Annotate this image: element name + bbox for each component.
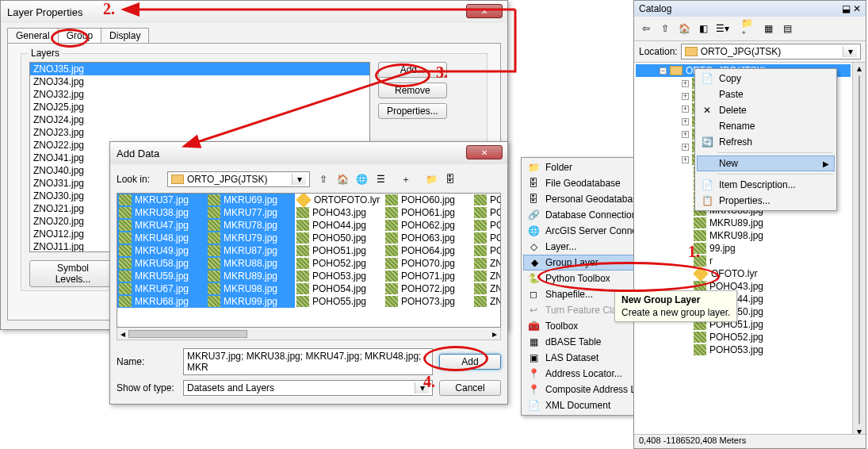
file-item[interactable]: POHO54.jpg — [295, 282, 384, 295]
add-confirm-button[interactable]: Add — [439, 354, 501, 370]
file-item[interactable]: POHO72.jpg — [384, 282, 472, 295]
file-item[interactable]: ORTOFOTO.lyr — [295, 194, 384, 206]
file-item[interactable]: POHO73.jpg — [384, 295, 472, 308]
file-item[interactable]: POHO70.jpg — [384, 257, 472, 270]
remove-button[interactable]: Remove — [378, 83, 447, 98]
layer-list-item[interactable]: ZNOJ25.jpg — [30, 101, 369, 113]
file-item[interactable]: MKRU59.jpg — [117, 270, 206, 282]
file-item[interactable]: MKRU69.jpg — [206, 194, 295, 206]
expander-icon[interactable]: + — [682, 131, 689, 138]
layer-list-item[interactable]: ZNOJ24.jpg — [30, 113, 369, 126]
file-item[interactable]: MKRU47.jpg — [117, 219, 206, 232]
home-icon[interactable]: 🏠 — [675, 20, 693, 37]
file-item[interactable]: MKRU79.jpg — [206, 232, 295, 244]
file-item[interactable]: POHO63.jpg — [384, 232, 472, 244]
file-item[interactable]: POHO50.jpg — [295, 232, 384, 244]
tree-item[interactable]: r — [636, 255, 851, 267]
cancel-button[interactable]: Cancel — [439, 380, 501, 396]
file-item[interactable]: MKRU98.jpg — [206, 282, 295, 295]
file-item[interactable]: ZN — [472, 257, 501, 270]
tree-item[interactable]: MKRU98.jpg — [636, 229, 851, 242]
ctx-item-item-description-[interactable]: 📄Item Description... — [697, 177, 835, 193]
properties-button[interactable]: Properties... — [378, 103, 447, 119]
expander-icon[interactable]: + — [682, 93, 689, 100]
new-folder-icon[interactable]: 📁 — [423, 171, 440, 188]
file-browser-grid[interactable]: MKRU37.jpgMKRU38.jpgMKRU47.jpgMKRU48.jpg… — [117, 193, 501, 328]
file-item[interactable]: MKRU48.jpg — [117, 232, 206, 244]
catalog-titlebar[interactable]: Catalog ⬓ ✕ — [634, 1, 866, 17]
chevron-down-icon[interactable]: ▾ — [292, 174, 306, 185]
file-item[interactable]: POHO71.jpg — [384, 270, 472, 282]
new-gdb-icon[interactable]: 🗄 — [442, 171, 459, 188]
file-item[interactable]: POHO60.jpg — [384, 194, 472, 206]
location-combo[interactable]: ORTO_JPG(JTSK) ▾ — [681, 44, 861, 59]
file-item[interactable]: MKRU68.jpg — [117, 295, 206, 308]
ctx-item-paste[interactable]: Paste — [697, 86, 835, 102]
file-item[interactable]: POH — [472, 206, 501, 219]
file-item[interactable]: POHO44.jpg — [295, 219, 384, 232]
view1-icon[interactable]: ▦ — [759, 20, 777, 37]
file-item[interactable]: POHO52.jpg — [295, 257, 384, 270]
file-item[interactable]: MKRU78.jpg — [206, 219, 295, 232]
tree-item[interactable]: 99.jpg — [636, 242, 851, 255]
file-item[interactable]: MKRU89.jpg — [206, 270, 295, 282]
file-item[interactable]: MKRU67.jpg — [117, 282, 206, 295]
tree-item[interactable]: MKRU89.jpg — [636, 217, 851, 229]
file-item[interactable]: POHO53.jpg — [295, 270, 384, 282]
expander-icon[interactable]: − — [660, 67, 667, 75]
connect-folder-icon[interactable]: 📁⁺ — [740, 20, 758, 37]
layer-list-item[interactable]: ZNOJ34.jpg — [30, 75, 369, 88]
lookin-combo[interactable]: ORTO_JPG(JTSK) ▾ — [167, 171, 310, 187]
ctx-item-properties-[interactable]: 📋Properties... — [697, 193, 835, 209]
name-field[interactable]: MKRU37.jpg; MKRU38.jpg; MKRU47.jpg; MKRU… — [183, 348, 433, 375]
expander-icon[interactable]: + — [682, 80, 689, 87]
file-item[interactable]: MKRU38.jpg — [117, 206, 206, 219]
file-item[interactable]: ZN — [472, 295, 501, 308]
file-item[interactable]: POH — [472, 219, 501, 232]
tab-group[interactable]: Group — [58, 28, 101, 43]
file-item[interactable]: MKRU88.jpg — [206, 257, 295, 270]
showtype-combo[interactable]: Datasets and Layers ▾ — [183, 380, 433, 396]
list-icon[interactable]: ☰▾ — [713, 20, 731, 37]
view2-icon[interactable]: ▤ — [778, 20, 796, 37]
file-item[interactable]: POHO51.jpg — [295, 244, 384, 257]
file-item[interactable]: POH — [472, 244, 501, 257]
file-item[interactable]: POH — [472, 194, 501, 206]
pane-controls[interactable]: ⬓ ✕ — [842, 3, 861, 14]
layer-list-item[interactable]: ZNOJ23.jpg — [30, 126, 369, 139]
up-folder-icon[interactable]: ⇧ — [315, 171, 332, 188]
hscrollbar[interactable]: ◂ ▸ — [117, 328, 501, 340]
file-item[interactable]: MKRU99.jpg — [206, 295, 295, 308]
ctx-item-rename[interactable]: Rename — [697, 118, 835, 134]
ctx-item-refresh[interactable]: 🔄Refresh — [697, 134, 835, 150]
tree-item[interactable]: POHO52.jpg — [636, 331, 851, 343]
add-conn-icon[interactable]: ＋ — [397, 171, 415, 188]
file-item[interactable]: ZN — [472, 270, 501, 282]
file-item[interactable]: MKRU58.jpg — [117, 257, 206, 270]
add-data-titlebar[interactable]: Add Data ✕ — [110, 142, 507, 164]
expander-icon[interactable]: + — [682, 156, 689, 163]
back-icon[interactable]: ⇦ — [637, 20, 655, 37]
list-icon[interactable]: ☰ — [372, 171, 389, 188]
layer-properties-titlebar[interactable]: Layer Properties ✕ — [1, 1, 507, 23]
layer-list-item[interactable]: ZNOJ35.jpg — [30, 63, 369, 75]
vscrollbar[interactable]: ▴▾ — [852, 63, 866, 437]
file-item[interactable]: POHO61.jpg — [384, 206, 472, 219]
file-item[interactable]: POH — [472, 232, 501, 244]
file-item[interactable]: MKRU77.jpg — [206, 206, 295, 219]
ctx-item-delete[interactable]: ✕Delete — [697, 102, 835, 118]
chevron-down-icon[interactable]: ▾ — [843, 46, 857, 57]
file-item[interactable]: ZN — [472, 282, 501, 295]
expander-icon[interactable]: + — [682, 106, 689, 113]
expander-icon[interactable]: + — [682, 144, 689, 151]
file-item[interactable]: POHO64.jpg — [384, 244, 472, 257]
layer-list-item[interactable]: ZNOJ32.jpg — [30, 88, 369, 101]
tree-item[interactable]: OFOTO.lyr — [636, 267, 851, 280]
ctx-item-new[interactable]: New▶ — [697, 155, 835, 171]
tree-item[interactable]: POHO53.jpg — [636, 343, 851, 356]
add-button[interactable]: Add... — [378, 62, 447, 78]
file-item[interactable]: MKRU49.jpg — [117, 244, 206, 257]
file-item[interactable]: MKRU37.jpg — [117, 194, 206, 206]
up-icon[interactable]: ⇧ — [656, 20, 674, 37]
connect-icon[interactable]: 🌐 — [353, 171, 370, 188]
